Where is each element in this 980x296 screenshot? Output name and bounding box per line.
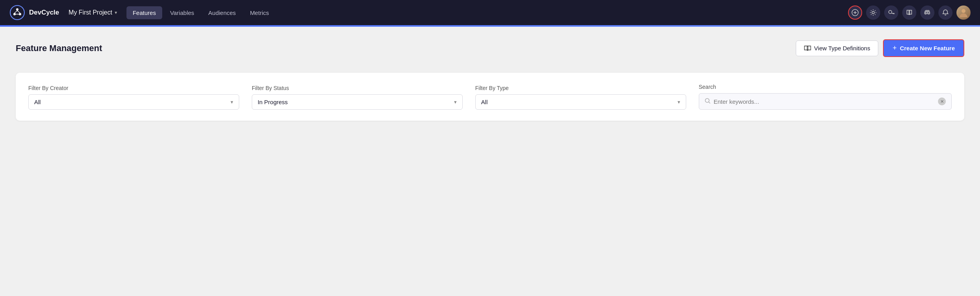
svg-line-4 — [15, 11, 17, 13]
brand-name: DevCycle — [29, 9, 59, 17]
book-icon — [906, 9, 913, 16]
search-icon — [705, 98, 711, 105]
search-input-wrapper: ✕ — [699, 93, 952, 110]
svg-point-1 — [16, 8, 18, 11]
bell-icon-button[interactable] — [938, 6, 953, 20]
add-icon — [852, 9, 859, 16]
settings-icon-button[interactable] — [866, 6, 880, 20]
brand-logo[interactable]: DevCycle — [9, 5, 59, 20]
filter-status-label: Filter By Status — [252, 85, 463, 91]
main-content: Feature Management View Type Definitions… — [0, 27, 980, 296]
filter-type-group: Filter By Type All ▾ — [475, 85, 686, 110]
svg-point-11 — [889, 11, 892, 14]
key-icon-button[interactable] — [884, 6, 898, 20]
svg-point-15 — [962, 9, 965, 13]
plus-icon: + — [892, 44, 897, 52]
devcycle-logo-icon — [9, 5, 25, 20]
book-open-icon — [804, 45, 811, 52]
filter-creator-select[interactable]: All ▾ — [28, 94, 239, 110]
filter-type-chevron-icon: ▾ — [678, 99, 680, 105]
project-selector[interactable]: My First Project ▾ — [69, 9, 117, 16]
view-type-definitions-label: View Type Definitions — [814, 45, 870, 51]
avatar-image — [956, 6, 971, 20]
filter-creator-group: Filter By Creator All ▾ — [28, 85, 239, 110]
create-new-feature-label: Create New Feature — [900, 45, 955, 51]
filter-creator-label: Filter By Creator — [28, 85, 239, 91]
nav-features[interactable]: Features — [126, 6, 162, 19]
nav-links: Features Variables Audiences Metrics — [126, 6, 848, 19]
search-label: Search — [699, 84, 952, 90]
filter-status-group: Filter By Status In Progress ▾ — [252, 85, 463, 110]
bell-icon — [942, 9, 949, 16]
filter-type-select[interactable]: All ▾ — [475, 94, 686, 110]
filter-type-label: Filter By Type — [475, 85, 686, 91]
header-actions: View Type Definitions + Create New Featu… — [796, 39, 964, 57]
filter-status-value: In Progress — [258, 99, 288, 105]
discord-icon — [924, 9, 931, 16]
filter-creator-value: All — [34, 99, 41, 105]
add-icon-button[interactable] — [848, 6, 862, 20]
key-icon — [888, 9, 895, 16]
nav-variables[interactable]: Variables — [164, 6, 200, 19]
filter-status-chevron-icon: ▾ — [454, 99, 457, 105]
magnifier-icon — [705, 98, 711, 104]
page-header: Feature Management View Type Definitions… — [16, 39, 964, 57]
search-input[interactable] — [714, 98, 935, 105]
avatar[interactable] — [956, 6, 971, 20]
project-name: My First Project — [69, 9, 112, 16]
search-clear-button[interactable]: ✕ — [938, 97, 946, 105]
project-chevron-icon: ▾ — [115, 10, 117, 15]
svg-point-0 — [10, 6, 24, 20]
discord-icon-button[interactable] — [920, 6, 934, 20]
filter-card: Filter By Creator All ▾ Filter By Status… — [16, 73, 964, 121]
page-title: Feature Management — [16, 43, 102, 53]
create-new-feature-button[interactable]: + Create New Feature — [883, 39, 964, 57]
search-group: Search ✕ — [699, 84, 952, 110]
navbar: DevCycle My First Project ▾ Features Var… — [0, 0, 980, 25]
filter-status-select[interactable]: In Progress ▾ — [252, 94, 463, 110]
nav-metrics[interactable]: Metrics — [244, 6, 275, 19]
user-silhouette-icon — [958, 7, 969, 18]
filter-creator-chevron-icon: ▾ — [231, 99, 233, 105]
svg-line-17 — [709, 102, 710, 104]
view-type-definitions-button[interactable]: View Type Definitions — [796, 40, 879, 56]
nav-audiences[interactable]: Audiences — [202, 6, 242, 19]
docs-icon-button[interactable] — [902, 6, 916, 20]
svg-line-5 — [17, 11, 20, 13]
gear-icon — [870, 9, 877, 16]
filter-type-value: All — [481, 99, 488, 105]
svg-point-16 — [705, 99, 709, 103]
svg-point-10 — [872, 11, 874, 14]
nav-actions — [848, 6, 971, 20]
